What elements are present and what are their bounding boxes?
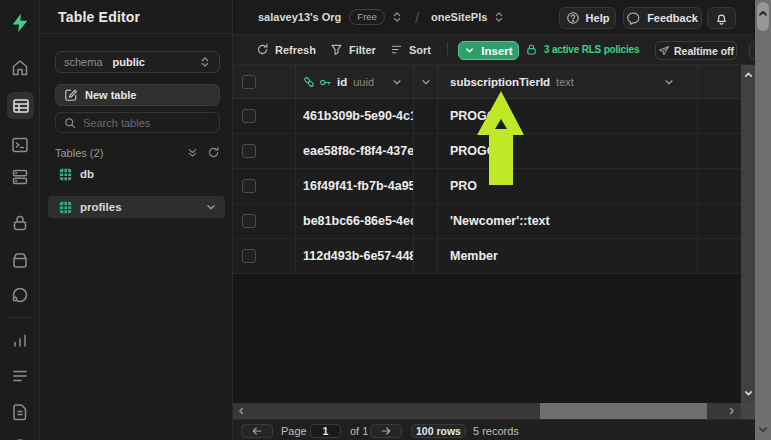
table-row: be81bc66-86e5-4ed 'Newcomer'::text bbox=[233, 204, 741, 239]
rail-divider bbox=[8, 317, 32, 318]
scrollbar-thumb[interactable] bbox=[540, 403, 707, 419]
sidebar-item-table-profiles[interactable]: profiles bbox=[48, 196, 225, 218]
select-all-checkbox[interactable] bbox=[242, 75, 256, 89]
schema-select[interactable]: schema public bbox=[55, 51, 220, 73]
notifications-button[interactable] bbox=[707, 7, 736, 29]
cell-id[interactable]: 16f49f41-fb7b-4a95 bbox=[296, 169, 414, 203]
table-editor-icon[interactable] bbox=[7, 92, 34, 119]
row-checkbox[interactable] bbox=[242, 109, 256, 123]
column-menu-icon[interactable] bbox=[663, 76, 675, 88]
scroll-up-icon[interactable] bbox=[757, 7, 769, 19]
page-title: Table Editor bbox=[58, 9, 140, 25]
scrollbar-corner bbox=[741, 403, 755, 419]
cell-collapsed[interactable] bbox=[414, 239, 438, 273]
realtime-toggle-button[interactable]: Realtime off bbox=[655, 41, 737, 60]
column-header-subscriptionTierId[interactable]: subscriptionTierId text bbox=[438, 65, 698, 99]
search-tables-input[interactable]: Search tables bbox=[55, 112, 220, 133]
cell-id[interactable]: be81bc66-86e5-4ed bbox=[296, 204, 414, 238]
cell-tier[interactable]: Member bbox=[438, 239, 698, 273]
cell-collapsed[interactable] bbox=[414, 204, 438, 238]
toolbar-divider bbox=[447, 42, 448, 57]
page-number-input[interactable] bbox=[310, 424, 341, 438]
select-all-cell[interactable] bbox=[233, 65, 296, 99]
help-circle-icon bbox=[566, 11, 580, 25]
row-select-cell[interactable] bbox=[233, 239, 296, 273]
table-icon bbox=[59, 168, 72, 181]
row-checkbox[interactable] bbox=[242, 144, 256, 158]
cell-tier[interactable]: PROGOD bbox=[438, 99, 698, 133]
row-select-cell[interactable] bbox=[233, 99, 296, 133]
org-select-chevrons-icon[interactable] bbox=[391, 11, 403, 23]
row-checkbox[interactable] bbox=[242, 249, 256, 263]
scroll-right-icon[interactable] bbox=[727, 406, 737, 416]
insert-button[interactable]: Insert bbox=[458, 41, 519, 60]
scroll-down-icon[interactable] bbox=[741, 388, 755, 399]
rows-per-page-button[interactable]: 100 rows bbox=[411, 424, 466, 438]
supabase-logo[interactable] bbox=[0, 12, 40, 34]
row-checkbox[interactable] bbox=[242, 179, 256, 193]
lock-icon bbox=[525, 43, 538, 56]
nav-rail bbox=[0, 0, 40, 440]
sort-lines-icon bbox=[390, 43, 403, 56]
reports-icon[interactable] bbox=[0, 330, 40, 350]
settings-gear-icon[interactable] bbox=[0, 436, 40, 440]
cell-tier[interactable]: PRO bbox=[438, 169, 698, 203]
row-select-cell[interactable] bbox=[233, 204, 296, 238]
home-icon[interactable] bbox=[0, 58, 40, 78]
column-header-id[interactable]: id uuid bbox=[296, 65, 414, 99]
sidebar: Table Editor schema public New table Sea… bbox=[40, 0, 233, 440]
chevron-down-icon[interactable] bbox=[205, 201, 217, 213]
edge-functions-icon[interactable] bbox=[0, 285, 40, 305]
cell-collapsed[interactable] bbox=[414, 169, 438, 203]
scroll-down-icon[interactable] bbox=[757, 424, 769, 436]
filter-button[interactable]: Filter bbox=[330, 43, 376, 56]
edit-pencil-icon bbox=[64, 88, 78, 102]
data-grid: id uuid subscriptionTierId text 461b309b… bbox=[233, 65, 755, 403]
sql-editor-icon[interactable] bbox=[0, 135, 40, 155]
column-menu-icon[interactable] bbox=[391, 76, 403, 88]
sidebar-item-table-db[interactable]: db bbox=[48, 163, 225, 185]
org-breadcrumb[interactable]: salavey13's Org bbox=[258, 11, 341, 23]
row-checkbox[interactable] bbox=[242, 214, 256, 228]
cell-id[interactable]: eae58f8c-f8f4-437e bbox=[296, 134, 414, 168]
window-scrollbar[interactable] bbox=[755, 0, 771, 440]
grid-vertical-scrollbar[interactable] bbox=[741, 65, 755, 403]
prev-page-button[interactable] bbox=[241, 424, 273, 438]
project-breadcrumb[interactable]: oneSitePls bbox=[431, 11, 487, 23]
scroll-up-icon[interactable] bbox=[741, 69, 755, 80]
bell-icon bbox=[714, 11, 729, 26]
feedback-button[interactable]: Feedback bbox=[623, 7, 702, 29]
foreign-key-link-icon bbox=[303, 76, 315, 88]
scroll-left-icon[interactable] bbox=[236, 406, 246, 416]
new-table-button[interactable]: New table bbox=[55, 84, 220, 106]
cell-id[interactable]: 112d493b-6e57-448 bbox=[296, 239, 414, 273]
cell-tier[interactable]: PROGOD bbox=[438, 134, 698, 168]
table-row: eae58f8c-f8f4-437e PROGOD bbox=[233, 134, 741, 169]
refresh-icon bbox=[256, 43, 269, 56]
help-button[interactable]: Help bbox=[559, 7, 616, 29]
row-select-cell[interactable] bbox=[233, 134, 296, 168]
refresh-tables-icon[interactable] bbox=[207, 146, 220, 159]
storage-icon[interactable] bbox=[0, 250, 40, 270]
rls-policies-button[interactable]: 3 active RLS policies bbox=[525, 35, 639, 64]
database-icon[interactable] bbox=[0, 167, 40, 187]
next-page-button[interactable] bbox=[370, 424, 402, 438]
row-select-cell[interactable] bbox=[233, 169, 296, 203]
arrow-left-icon bbox=[251, 425, 263, 437]
grid-header-row: id uuid subscriptionTierId text bbox=[233, 65, 741, 99]
project-select-chevrons-icon[interactable] bbox=[493, 11, 505, 23]
refresh-button[interactable]: Refresh bbox=[256, 43, 316, 56]
collapse-all-icon[interactable] bbox=[186, 146, 199, 159]
cell-collapsed[interactable] bbox=[414, 134, 438, 168]
cell-id[interactable]: 461b309b-5e90-4c1 bbox=[296, 99, 414, 133]
column-header-collapsed[interactable] bbox=[414, 65, 438, 99]
send-icon bbox=[658, 45, 670, 57]
supabase-table-editor: Table Editor schema public New table Sea… bbox=[0, 0, 771, 440]
grid-horizontal-scrollbar[interactable] bbox=[233, 403, 755, 419]
cell-tier[interactable]: 'Newcomer'::text bbox=[438, 204, 698, 238]
cell-collapsed[interactable] bbox=[414, 99, 438, 133]
api-docs-icon[interactable] bbox=[0, 402, 40, 422]
sort-button[interactable]: Sort bbox=[390, 43, 431, 56]
logs-icon[interactable] bbox=[0, 366, 40, 386]
auth-lock-icon[interactable] bbox=[0, 213, 40, 233]
